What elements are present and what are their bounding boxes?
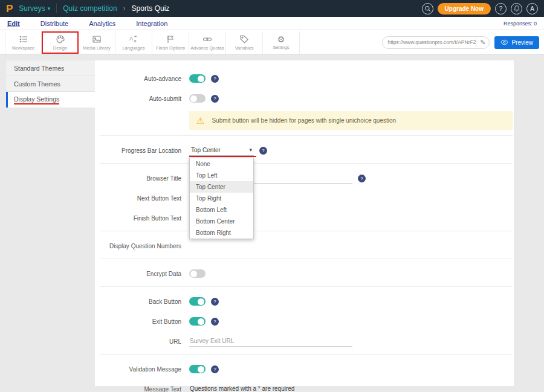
progress-dropdown-option[interactable]: Bottom Left — [190, 204, 253, 216]
eye-icon — [500, 39, 508, 45]
exit-url-label: URL — [100, 338, 189, 345]
help-icon[interactable]: ? — [211, 318, 219, 326]
gear-icon: ⚙ — [277, 35, 285, 43]
message-text-row: Message Text — [100, 382, 514, 392]
auto-advance-toggle[interactable] — [189, 74, 206, 83]
progress-dropdown-option[interactable]: Bottom Center — [190, 216, 253, 227]
caret-down-icon: ▾ — [249, 147, 252, 153]
progress-bar-location-row: Progress Bar Location Top Center ▾ None … — [100, 143, 514, 158]
notifications-button[interactable] — [511, 3, 522, 14]
toolbar-item-label: Design — [53, 45, 67, 51]
tab-integration[interactable]: Integration — [136, 20, 167, 27]
top-navigation-bar: P Surveys ▾ Quiz competition › Sports Qu… — [0, 0, 544, 17]
translate-icon: Aa — [129, 34, 138, 44]
exit-button-toggle[interactable] — [189, 317, 206, 326]
surveys-label: Surveys — [19, 4, 45, 13]
progress-dropdown-option[interactable]: None — [190, 158, 253, 170]
help-icon[interactable]: ? — [211, 95, 219, 103]
topbar-actions: Upgrade Now ? A — [422, 3, 538, 14]
toolbar-item-advance-quotas[interactable]: Advance Quotas — [189, 31, 226, 54]
message-text-input[interactable] — [189, 384, 352, 392]
quota-link-icon — [202, 34, 212, 44]
encrypt-data-toggle[interactable] — [189, 269, 206, 278]
toolbar-item-settings[interactable]: ⚙ Settings — [263, 31, 300, 54]
sidebar-item-custom-themes[interactable]: Custom Themes — [6, 76, 95, 92]
sidebar-item-label: Display Settings — [14, 95, 59, 104]
toolbar-item-label: Workspace — [12, 45, 34, 51]
browser-title-row: Browser Title ? — [100, 171, 514, 185]
auto-submit-toggle[interactable] — [189, 94, 206, 103]
edit-url-button[interactable]: ✎ — [476, 37, 489, 48]
section-divider — [100, 135, 513, 136]
questionpro-logo[interactable]: P — [6, 4, 13, 14]
sidebar-item-standard-themes[interactable]: Standard Themes — [6, 60, 95, 76]
display-settings-panel: Auto-advance ? Auto-submit ? ⚠ Submit bu… — [95, 60, 514, 386]
toolbar-item-label: Variables — [235, 45, 254, 51]
display-question-numbers-label: Display Question Numbers — [100, 243, 189, 249]
toolbar-item-label: Settings — [273, 45, 289, 50]
design-sidebar: Standard Themes Custom Themes Display Se… — [6, 60, 95, 386]
sidebar-item-label: Standard Themes — [14, 65, 64, 72]
auto-submit-label: Auto-submit — [100, 95, 189, 102]
breadcrumb-page-name: Sports Quiz — [132, 4, 170, 13]
surveys-menu[interactable]: Surveys ▾ — [19, 4, 50, 13]
help-icon[interactable]: ? — [358, 175, 366, 182]
back-button-toggle[interactable] — [189, 297, 206, 306]
toolbar-item-workspace[interactable]: Workspace — [5, 31, 42, 54]
tab-analytics[interactable]: Analytics — [89, 20, 115, 27]
auto-submit-row: Auto-submit ? — [100, 91, 514, 106]
help-icon[interactable]: ? — [211, 75, 219, 83]
divider — [56, 4, 57, 13]
toolbar-item-label: Languages — [122, 45, 144, 51]
sidebar-item-label: Custom Themes — [14, 80, 60, 88]
browser-title-label: Browser Title — [100, 175, 189, 182]
progress-bar-location-select[interactable]: Top Center ▾ None Top Left Top Center To… — [189, 146, 254, 156]
progress-dropdown-option[interactable]: Top Center — [190, 181, 253, 193]
survey-url-box: https://www.questionpro.com/t/APNrFZ ✎ — [382, 36, 490, 49]
toolbar-item-languages[interactable]: Aa Languages — [115, 31, 152, 54]
tag-icon — [239, 34, 249, 44]
svg-text:a: a — [134, 39, 137, 43]
search-icon — [424, 5, 432, 13]
finish-button-text-label: Finish Button Text — [100, 215, 189, 222]
survey-url[interactable]: https://www.questionpro.com/t/APNrFZ — [383, 39, 476, 45]
progress-dropdown-option[interactable]: Bottom Right — [190, 227, 253, 239]
exit-url-row: URL — [100, 334, 514, 349]
survey-menu-bar: Edit Distribute Analytics Integration Re… — [0, 17, 544, 30]
sidebar-item-display-settings[interactable]: Display Settings — [6, 92, 95, 108]
edit-toolbar: Workspace Design Media Library Aa Langua… — [0, 30, 544, 55]
warning-banner: ⚠ Submit button will be hidden for pages… — [189, 111, 513, 130]
design-palette-icon — [56, 34, 65, 44]
toolbar-item-finish-options[interactable]: Finish Options — [152, 31, 189, 54]
exit-button-label: Exit Button — [100, 318, 189, 325]
tab-distribute[interactable]: Distribute — [40, 20, 68, 27]
help-icon[interactable]: ? — [211, 298, 219, 306]
account-button[interactable]: A — [526, 3, 538, 14]
validation-message-label: Validation Message — [100, 366, 189, 373]
upgrade-now-button[interactable]: Upgrade Now — [438, 3, 491, 14]
finish-flag-icon — [166, 34, 175, 44]
progress-dropdown-option[interactable]: Top Right — [190, 193, 253, 204]
progress-bar-location-dropdown: None Top Left Top Center Top Right Botto… — [189, 158, 254, 239]
responses-count[interactable]: Responses: 0 — [504, 21, 537, 27]
exit-url-input[interactable] — [189, 336, 352, 347]
toolbar-item-label: Media Library — [83, 45, 110, 51]
exit-button-row: Exit Button ? — [100, 314, 514, 329]
toolbar-item-design[interactable]: Design — [42, 31, 79, 54]
search-button[interactable] — [422, 3, 433, 14]
validation-message-row: Validation Message ? — [100, 362, 514, 376]
progress-dropdown-option[interactable]: Top Left — [190, 170, 253, 181]
help-icon[interactable]: ? — [259, 147, 267, 155]
back-button-label: Back Button — [100, 298, 189, 305]
section-divider — [100, 231, 513, 231]
toolbar-item-media-library[interactable]: Media Library — [79, 31, 115, 54]
breadcrumb-survey-name[interactable]: Quiz competition — [63, 4, 117, 13]
validation-message-toggle[interactable] — [189, 365, 206, 373]
help-button[interactable]: ? — [495, 3, 507, 14]
section-divider — [100, 286, 513, 287]
tab-edit[interactable]: Edit — [7, 20, 20, 27]
preview-button[interactable]: Preview — [494, 36, 539, 49]
toolbar-item-variables[interactable]: Variables — [226, 31, 263, 54]
help-icon[interactable]: ? — [211, 365, 219, 373]
image-icon — [92, 34, 102, 44]
